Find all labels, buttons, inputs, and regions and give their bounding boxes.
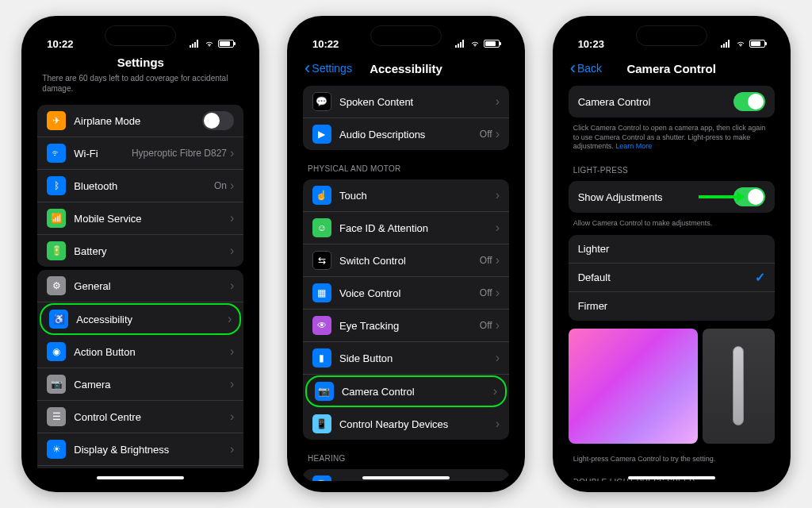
back-button[interactable]: Settings bbox=[304, 62, 352, 75]
row-label: Default bbox=[578, 271, 755, 283]
toggle-switch[interactable] bbox=[733, 92, 765, 111]
row-control-nearby-devices[interactable]: 📱Control Nearby Devices› bbox=[303, 408, 509, 440]
row-value: Off bbox=[480, 287, 492, 298]
home-indicator[interactable] bbox=[97, 476, 184, 479]
row-camera-control[interactable]: Camera Control bbox=[569, 86, 775, 117]
row-voice-control[interactable]: ▦Voice ControlOff› bbox=[303, 277, 509, 310]
row-icon: ⚙ bbox=[47, 276, 66, 295]
row-icon: ᯤ bbox=[47, 144, 66, 163]
row-label: Control Centre bbox=[74, 411, 230, 423]
preview-camera-image bbox=[569, 329, 698, 444]
row-battery[interactable]: 🔋Battery› bbox=[37, 235, 243, 267]
row-icon: ᛒ bbox=[47, 176, 66, 195]
row-label: Accessibility bbox=[76, 314, 228, 325]
section-physical: Physical and Motor bbox=[295, 153, 517, 176]
back-button[interactable]: Back bbox=[570, 62, 602, 75]
row-display-brightness[interactable]: ☀Display & Brightness› bbox=[37, 433, 243, 466]
row-icon: 📷 bbox=[315, 382, 334, 401]
row-label: Side Button bbox=[339, 352, 496, 364]
row-icon: 💬 bbox=[312, 92, 331, 111]
row-eye-tracking[interactable]: 👁Eye TrackingOff› bbox=[303, 310, 509, 342]
row-control-centre[interactable]: ☰Control Centre› bbox=[37, 401, 243, 433]
row-airplane-mode[interactable]: ✈Airplane Mode bbox=[37, 105, 243, 137]
row-accessibility[interactable]: ♿Accessibility› bbox=[40, 303, 241, 335]
learn-more-link[interactable]: Learn More bbox=[615, 142, 652, 150]
row-mobile-service[interactable]: 📶Mobile Service› bbox=[37, 202, 243, 235]
battery-icon bbox=[218, 40, 234, 48]
nav-bar: Settings Accessibility bbox=[295, 57, 517, 83]
row-touch[interactable]: ☝Touch› bbox=[303, 179, 509, 212]
chevron-icon: › bbox=[496, 286, 500, 300]
row-icon: 📱 bbox=[312, 414, 331, 433]
wifi-icon bbox=[735, 38, 746, 49]
chevron-icon: › bbox=[230, 344, 234, 359]
row-bluetooth[interactable]: ᛒBluetoothOn› bbox=[37, 170, 243, 202]
row-label: Display & Brightness bbox=[74, 444, 230, 456]
row-value: Off bbox=[480, 129, 492, 140]
group-show-adjustments: Show Adjustments bbox=[569, 181, 775, 213]
home-indicator[interactable] bbox=[628, 476, 715, 479]
chevron-icon: › bbox=[496, 351, 500, 365]
row-audio-descriptions[interactable]: ▶Audio DescriptionsOff› bbox=[303, 118, 509, 150]
wifi-icon bbox=[204, 38, 215, 49]
row-label: Camera Control bbox=[578, 96, 733, 108]
row-general[interactable]: ⚙General› bbox=[37, 270, 243, 302]
battery-icon bbox=[484, 40, 500, 48]
row-wi-fi[interactable]: ᯤWi-FiHyperoptic Fibre D827› bbox=[37, 137, 243, 170]
row-switch-control[interactable]: ⇆Switch ControlOff› bbox=[303, 244, 509, 277]
chevron-icon: › bbox=[230, 179, 234, 193]
phone-settings: 10:22 Settings There are 60 days left to… bbox=[21, 16, 259, 492]
row-action-button[interactable]: ◉Action Button› bbox=[37, 336, 243, 368]
row-label: Switch Control bbox=[339, 255, 480, 267]
row-icon: ☰ bbox=[47, 407, 66, 426]
row-label: Touch bbox=[339, 190, 496, 202]
row-label: Airplane Mode bbox=[74, 115, 202, 127]
row-icon: ⇆ bbox=[312, 251, 331, 270]
chevron-icon: › bbox=[493, 384, 497, 398]
signal-icon bbox=[455, 40, 466, 48]
row-camera[interactable]: 📷Camera› bbox=[37, 368, 243, 401]
chevron-icon: › bbox=[230, 442, 234, 456]
row-label: Audio Descriptions bbox=[339, 129, 480, 140]
camera-control-note: Click Camera Control to open a camera ap… bbox=[561, 121, 783, 155]
checkmark-icon: ✓ bbox=[755, 270, 765, 285]
preview-side-button bbox=[703, 329, 775, 444]
row-label: Firmer bbox=[578, 300, 765, 312]
chevron-icon: › bbox=[228, 312, 232, 326]
signal-icon bbox=[190, 40, 201, 48]
chevron-icon: › bbox=[496, 318, 500, 333]
row-camera-control[interactable]: 📷Camera Control› bbox=[305, 375, 507, 407]
chevron-icon: › bbox=[230, 244, 234, 258]
row-lighter[interactable]: Lighter bbox=[569, 235, 775, 264]
row-icon: 📷 bbox=[47, 375, 66, 394]
row-icon: ✈ bbox=[47, 111, 66, 130]
chevron-icon: › bbox=[230, 279, 234, 293]
row-face-id-attention[interactable]: ☺Face ID & Attention› bbox=[303, 212, 509, 244]
toggle-switch[interactable] bbox=[202, 111, 234, 130]
coverage-note: There are 60 days left to add coverage f… bbox=[29, 70, 251, 102]
section-hearing: Hearing bbox=[295, 443, 517, 466]
chevron-icon: › bbox=[496, 417, 500, 431]
chevron-icon: › bbox=[496, 94, 500, 109]
row-icon: 🦻 bbox=[312, 475, 331, 481]
row-label: Eye Tracking bbox=[339, 320, 480, 332]
row-default[interactable]: Default✓ bbox=[569, 264, 775, 292]
annotation-arrow bbox=[699, 195, 738, 198]
row-home-screen-app-library[interactable]: ▦Home Screen & App Library› bbox=[37, 466, 243, 468]
chevron-icon: › bbox=[230, 377, 234, 391]
row-icon: ☺ bbox=[312, 218, 331, 237]
row-value: Off bbox=[480, 320, 492, 331]
home-indicator[interactable] bbox=[362, 476, 450, 479]
row-show-adjustments[interactable]: Show Adjustments bbox=[569, 181, 775, 213]
row-icon: 🔋 bbox=[47, 241, 66, 260]
row-firmer[interactable]: Firmer bbox=[569, 292, 775, 321]
row-spoken-content[interactable]: 💬Spoken Content› bbox=[303, 86, 509, 118]
status-time: 10:22 bbox=[47, 38, 73, 50]
preview-note: Light-press Camera Control to try the se… bbox=[561, 452, 783, 468]
row-side-button[interactable]: ▮Side Button› bbox=[303, 342, 509, 375]
row-icon: ▮ bbox=[312, 348, 331, 368]
section-light-press: Light-Press bbox=[561, 155, 783, 178]
dynamic-island bbox=[370, 25, 442, 46]
row-label: Face ID & Attention bbox=[339, 222, 496, 234]
phone-accessibility: 10:22 Settings Accessibility 💬Spoken Con… bbox=[287, 16, 525, 492]
